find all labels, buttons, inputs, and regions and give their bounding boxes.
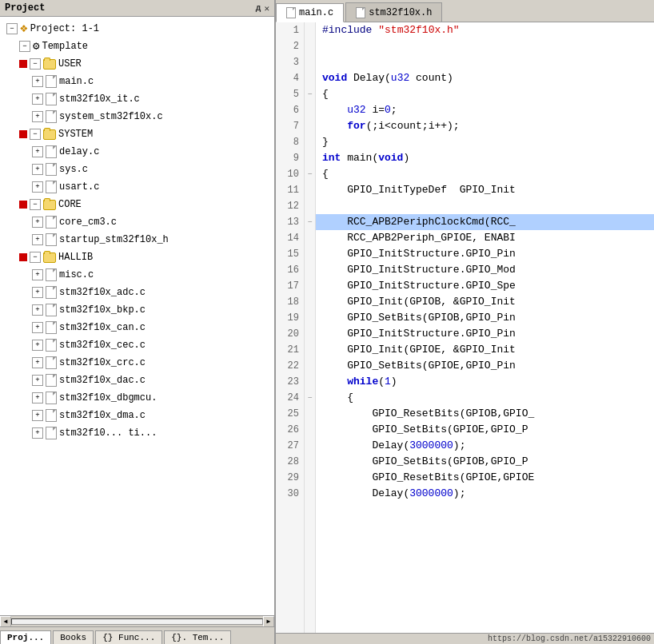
expand-icon-main-c[interactable]: + bbox=[32, 76, 43, 87]
file-misc-c[interactable]: + misc.c bbox=[0, 266, 274, 284]
file-can-c[interactable]: + stm32f10x_can.c bbox=[0, 319, 274, 336]
delay-c-label: delay.c bbox=[59, 144, 99, 160]
line-num-6: 6 bbox=[276, 102, 304, 118]
fold-27 bbox=[305, 438, 315, 454]
code-line-12 bbox=[316, 198, 654, 214]
fold-6 bbox=[305, 102, 315, 118]
expand-icon-root[interactable]: − bbox=[6, 23, 18, 34]
file-crc-c[interactable]: + stm32f10x_crc.c bbox=[0, 354, 274, 372]
dma-c-label: stm32f10x_dma.c bbox=[59, 407, 146, 423]
pin-button[interactable]: д bbox=[256, 3, 261, 14]
proj-tab-tem[interactable]: {}. Tem... bbox=[164, 630, 231, 644]
fold-10[interactable]: − bbox=[305, 166, 315, 182]
fold-14 bbox=[305, 230, 315, 246]
file-icon-crc bbox=[46, 356, 57, 369]
code-line-28: GPIO_SetBits(GPIOB,GPIO_P bbox=[316, 454, 654, 470]
expand-icon-delay[interactable]: + bbox=[32, 146, 43, 157]
expand-icon-template[interactable]: − bbox=[19, 41, 30, 52]
project-tree[interactable]: − ❖ Project: 1-1 − ⚙ Template − USER + m… bbox=[0, 17, 274, 615]
group-core[interactable]: − CORE bbox=[0, 196, 274, 213]
code-line-19: GPIO_SetBits(GPIOB,GPIO_Pin bbox=[316, 310, 654, 326]
expand-icon-usart[interactable]: + bbox=[32, 181, 43, 193]
proj-tab-books[interactable]: Books bbox=[53, 630, 94, 644]
proj-tab-func[interactable]: {} Func... bbox=[95, 630, 162, 644]
file-stm32f10x-it-c[interactable]: + stm32f10x_it.c bbox=[0, 90, 274, 108]
line-num-26: 26 bbox=[276, 422, 304, 438]
tree-template[interactable]: − ⚙ Template bbox=[0, 38, 274, 55]
file-dac-c[interactable]: + stm32f10x_dac.c bbox=[0, 372, 274, 389]
fold-13: − bbox=[305, 214, 315, 230]
file-bkp-c[interactable]: + stm32f10x_bkp.c bbox=[0, 301, 274, 319]
code-line-27: Delay(3000000); bbox=[316, 438, 654, 454]
file-main-c[interactable]: + main.c bbox=[0, 73, 274, 90]
file-delay-c[interactable]: + delay.c bbox=[0, 143, 274, 161]
fold-11 bbox=[305, 182, 315, 198]
file-more[interactable]: + stm32f10... ti... bbox=[0, 424, 274, 442]
code-area: 1 2 3 4 5 6 7 8 9 10 11 12 13 14 15 16 1… bbox=[276, 22, 654, 633]
group-system[interactable]: − SYSTEM bbox=[0, 125, 274, 143]
expand-icon-crc[interactable]: + bbox=[32, 357, 43, 368]
group-user[interactable]: − USER bbox=[0, 55, 274, 73]
code-line-18: GPIO_Init(GPIOB, &GPIO_Init bbox=[316, 294, 654, 310]
system-label: system_stm32f10x.c bbox=[59, 109, 163, 125]
it-c-label: stm32f10x_it.c bbox=[59, 91, 140, 107]
file-system-stm32[interactable]: + system_stm32f10x.c bbox=[0, 108, 274, 125]
expand-icon-it-c[interactable]: + bbox=[32, 93, 43, 105]
expand-icon-startup[interactable]: + bbox=[32, 234, 43, 245]
expand-icon-core-cm3[interactable]: + bbox=[32, 217, 43, 228]
hallib-label: HALLIB bbox=[58, 249, 93, 265]
code-line-3 bbox=[316, 54, 654, 70]
expand-icon-bkp[interactable]: + bbox=[32, 304, 43, 316]
fold-24[interactable]: − bbox=[305, 390, 315, 406]
line-num-11: 11 bbox=[276, 182, 304, 198]
tree-root[interactable]: − ❖ Project: 1-1 bbox=[0, 20, 274, 38]
file-icon-delay bbox=[46, 145, 57, 158]
hscroll-track[interactable] bbox=[11, 618, 263, 625]
expand-icon-sys[interactable]: + bbox=[32, 164, 43, 175]
line-num-12: 12 bbox=[276, 198, 304, 214]
expand-icon-can[interactable]: + bbox=[32, 322, 43, 333]
expand-icon-dma[interactable]: + bbox=[32, 410, 43, 421]
line-num-30: 30 bbox=[276, 486, 304, 502]
expand-icon-dac[interactable]: + bbox=[32, 375, 43, 386]
editor-tab-main-c[interactable]: main.c bbox=[276, 3, 344, 22]
project-hscroll[interactable]: ◀ ▶ bbox=[0, 615, 274, 626]
close-button[interactable]: ✕ bbox=[264, 3, 269, 14]
file-icon-it-c bbox=[46, 93, 57, 105]
root-label: Project: 1-1 bbox=[30, 21, 99, 37]
expand-icon-more[interactable]: + bbox=[32, 427, 43, 439]
hscroll-left-btn[interactable]: ◀ bbox=[0, 616, 11, 627]
tab-file-icon-main bbox=[286, 7, 296, 18]
expand-icon-system-group[interactable]: − bbox=[30, 129, 41, 140]
expand-icon-adc[interactable]: + bbox=[32, 287, 43, 298]
expand-icon-user[interactable]: − bbox=[30, 58, 41, 70]
file-dma-c[interactable]: + stm32f10x_dma.c bbox=[0, 407, 274, 424]
group-hallib[interactable]: − HALLIB bbox=[0, 248, 274, 266]
core-label: CORE bbox=[58, 197, 82, 213]
expand-icon-misc[interactable]: + bbox=[32, 269, 43, 280]
expand-icon-system[interactable]: + bbox=[32, 111, 43, 122]
line-num-15: 15 bbox=[276, 246, 304, 262]
file-usart-c[interactable]: + usart.c bbox=[0, 178, 274, 196]
file-startup[interactable]: + startup_stm32f10x_h bbox=[0, 231, 274, 248]
file-sys-c[interactable]: + sys.c bbox=[0, 161, 274, 178]
code-line-16: GPIO_InitStructure.GPIO_Mod bbox=[316, 262, 654, 278]
proj-tab-proj[interactable]: Proj... bbox=[0, 630, 51, 644]
hscroll-right-btn[interactable]: ▶ bbox=[263, 616, 274, 627]
fold-5[interactable]: − bbox=[305, 86, 315, 102]
dbgmcu-c-label: stm32f10x_dbgmcu. bbox=[59, 390, 157, 406]
fold-4 bbox=[305, 70, 315, 86]
file-core-cm3[interactable]: + core_cm3.c bbox=[0, 213, 274, 231]
panel-title: Project bbox=[5, 2, 45, 14]
expand-icon-dbgmcu[interactable]: + bbox=[32, 392, 43, 403]
code-content[interactable]: #include "stm32f10x.h" void Delay(u32 co… bbox=[316, 22, 654, 633]
fold-21 bbox=[305, 342, 315, 358]
code-line-22: GPIO_SetBits(GPIOE,GPIO_Pin bbox=[316, 358, 654, 374]
file-adc-c[interactable]: + stm32f10x_adc.c bbox=[0, 284, 274, 301]
expand-icon-core[interactable]: − bbox=[30, 199, 41, 210]
file-dbgmcu-c[interactable]: + stm32f10x_dbgmcu. bbox=[0, 389, 274, 407]
expand-icon-cec[interactable]: + bbox=[32, 340, 43, 351]
file-cec-c[interactable]: + stm32f10x_cec.c bbox=[0, 336, 274, 354]
expand-icon-hallib[interactable]: − bbox=[30, 252, 41, 263]
editor-tab-stm32-h[interactable]: stm32f10x.h bbox=[345, 2, 442, 22]
